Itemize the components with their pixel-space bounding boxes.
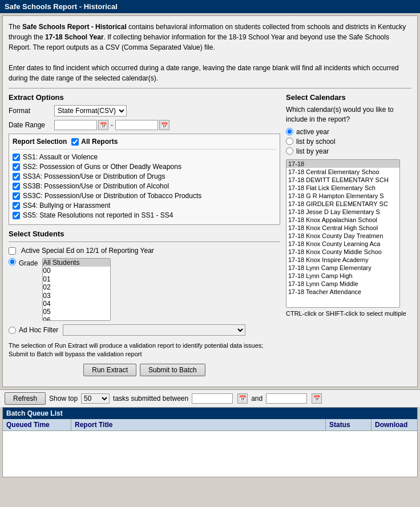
main-content: The Safe Schools Report - Historical con… xyxy=(2,15,418,387)
date-to-input[interactable]: 06/30/2018 xyxy=(115,120,158,130)
select-calendars-title: Select Calendars xyxy=(286,93,411,102)
tasks-text: tasks submitted between xyxy=(113,395,188,403)
calendar-option-8[interactable]: 17-18 Knox Central High School xyxy=(286,224,399,232)
ss3c-label: SS3C: Possession/Use or Distribution of … xyxy=(23,192,201,200)
format-label: Format xyxy=(9,107,54,115)
ctrl-click-text: CTRL-click or SHIFT-click to select mult… xyxy=(286,310,411,317)
grade-option-03: 03 xyxy=(43,292,110,300)
right-panel: Select Calendars Which calendar(s) would… xyxy=(286,93,411,381)
validation-line1: The selection of Run Extract will produc… xyxy=(9,342,263,349)
calendar-option-0[interactable]: 17-18 xyxy=(286,160,399,168)
calendar-option-16[interactable]: 17-18 Teacher Attendance xyxy=(286,288,399,296)
list-by-year-radio[interactable] xyxy=(286,147,293,155)
calendar-option-14[interactable]: 17-18 Lynn Camp High xyxy=(286,272,399,280)
active-special-ed-label: Active Special Ed on 12/1 of Reporting Y… xyxy=(21,247,154,255)
left-panel: Extract Options Format State Format(CSV)… xyxy=(9,93,280,381)
select-students-section: Select Students Active Special Ed on 12/… xyxy=(9,230,280,336)
calendar-option-6[interactable]: 17-18 Jesse D Lay Elementary S xyxy=(286,208,399,216)
batch-date-to-input[interactable]: 07/18/2018 xyxy=(266,393,307,404)
intro-line2: Enter dates to find incident which occur… xyxy=(9,63,411,83)
ss2-checkbox[interactable] xyxy=(13,163,20,171)
date-from-input[interactable]: 07/01/2017 xyxy=(54,120,97,130)
active-year-radio[interactable] xyxy=(286,128,293,135)
ss3b-checkbox[interactable] xyxy=(13,183,20,190)
calendar-option-9[interactable]: 17-18 Knox County Day Treatmen xyxy=(286,232,399,240)
calendar-option-13[interactable]: 17-18 Lynn Camp Elementary xyxy=(286,264,399,272)
ss4-label: SS4: Bullying or Harassment xyxy=(23,202,110,210)
adhoc-section: Ad Hoc Filter xyxy=(9,324,280,336)
grade-listbox[interactable]: All Students 00 01 02 03 04 05 06 07 08 xyxy=(42,258,111,321)
two-col-layout: Extract Options Format State Format(CSV)… xyxy=(9,93,411,381)
batch-date-to-calendar-button[interactable]: 📅 xyxy=(312,393,322,404)
ss3a-checkbox[interactable] xyxy=(13,173,20,180)
active-special-ed-row: Active Special Ed on 12/1 of Reporting Y… xyxy=(9,247,280,255)
calendar-option-5[interactable]: 17-18 GIRDLER ELEMENTARY SC xyxy=(286,200,399,208)
adhoc-radio[interactable] xyxy=(9,327,16,334)
select-students-title: Select Students xyxy=(9,230,280,238)
calendar-option-10[interactable]: 17-18 Knox County Learning Aca xyxy=(286,240,399,248)
ss5-checkbox[interactable] xyxy=(13,212,20,219)
validation-line2: Submit to Batch will bypass the validati… xyxy=(9,351,142,357)
grade-label: Grade xyxy=(19,259,38,267)
date-to-calendar-button[interactable]: 📅 xyxy=(159,120,169,130)
calendar-option-4[interactable]: 17-18 G R Hampton Elementary S xyxy=(286,192,399,200)
calendar-option-12[interactable]: 17-18 Knox Inspire Academy xyxy=(286,256,399,264)
grade-option-01: 01 xyxy=(43,275,110,283)
radio-list-by-year: list by year xyxy=(286,147,411,155)
calendar-option-7[interactable]: 17-18 Knox Appalachian School xyxy=(286,216,399,224)
ss3b-label: SS3B: Possession/Use or Distribution of … xyxy=(23,182,169,190)
calendar-listbox[interactable]: 17-1817-18 Central Elementary Schoo17-18… xyxy=(286,159,400,308)
action-buttons: Run Extract Submit to Batch xyxy=(9,364,280,376)
checkbox-ss5: SS5: State Resolutions not reported in S… xyxy=(13,211,276,219)
intro-text: The Safe Schools Report - Historical con… xyxy=(9,22,411,83)
ss1-checkbox[interactable] xyxy=(13,154,20,161)
batch-date-from-calendar-button[interactable]: 📅 xyxy=(237,393,248,404)
date-range-label: Date Range xyxy=(9,121,54,129)
format-select[interactable]: State Format(CSV) xyxy=(54,105,127,116)
batch-queue-header: Batch Queue List xyxy=(3,408,417,419)
checkbox-ss1: SS1: Assault or Violence xyxy=(13,153,276,161)
report-selection-label: Report Selection xyxy=(13,138,67,146)
all-reports-checkbox[interactable] xyxy=(71,138,79,146)
batch-col-queued-time: Queued Time xyxy=(3,419,71,430)
batch-date-from-input[interactable]: 07/11/2018 xyxy=(192,393,233,404)
batch-col-download: Download xyxy=(371,419,417,430)
active-special-ed-checkbox[interactable] xyxy=(9,247,16,255)
submit-to-batch-button[interactable]: Submit to Batch xyxy=(140,364,205,376)
calendar-option-1[interactable]: 17-18 Central Elementary Schoo xyxy=(286,168,399,176)
list-by-school-radio[interactable] xyxy=(286,138,293,145)
refresh-button[interactable]: Refresh xyxy=(5,392,46,405)
active-year-label: active year xyxy=(296,128,329,136)
ss3c-checkbox[interactable] xyxy=(13,192,20,200)
calendar-option-2[interactable]: 17-18 DEWITT ELEMENTARY SCH xyxy=(286,176,399,184)
all-reports-label: All Reports xyxy=(81,138,118,146)
batch-bar: Refresh Show top 50 tasks submitted betw… xyxy=(0,389,420,407)
ss5-label: SS5: State Resolutions not reported in S… xyxy=(23,211,173,219)
ss4-checkbox[interactable] xyxy=(13,202,20,210)
date-separator: - xyxy=(111,121,113,129)
date-from-calendar-button[interactable]: 📅 xyxy=(98,120,108,130)
format-row: Format State Format(CSV) xyxy=(9,105,280,116)
batch-queue-columns: Queued Time Report Title Status Download xyxy=(3,419,417,431)
calendars-question: Which calendar(s) would you like to incl… xyxy=(286,105,411,124)
report-selection-header: Report Selection All Reports xyxy=(13,138,276,146)
calendar-option-3[interactable]: 17-18 Flat Lick Elementary Sch xyxy=(286,184,399,192)
grade-radio[interactable] xyxy=(9,258,16,265)
checkbox-ss3a: SS3A: Possession/Use or Distribution of … xyxy=(13,172,276,180)
show-top-select[interactable]: 50 xyxy=(81,393,110,404)
batch-col-report-title: Report Title xyxy=(71,419,326,430)
ss3a-label: SS3A: Possession/Use or Distribution of … xyxy=(23,172,165,180)
checkbox-ss3c: SS3C: Possession/Use or Distribution of … xyxy=(13,192,276,200)
title-bar-label: Safe Schools Report - Historical xyxy=(5,2,118,11)
title-bar: Safe Schools Report - Historical xyxy=(0,0,420,13)
checkbox-ss2: SS2: Possession of Guns or Other Deadly … xyxy=(13,163,276,171)
checkbox-ss4: SS4: Bullying or Harassment xyxy=(13,202,276,210)
calendar-option-11[interactable]: 17-18 Knox County Middle Schoo xyxy=(286,248,399,256)
calendar-option-15[interactable]: 17-18 Lynn Camp Middle xyxy=(286,280,399,288)
and-text: and xyxy=(251,395,262,403)
intro-bold-year: 17-18 School Year xyxy=(45,33,104,41)
adhoc-label: Ad Hoc Filter xyxy=(19,326,58,334)
adhoc-select[interactable] xyxy=(63,324,245,336)
intro-bold-title: Safe Schools Report - Historical xyxy=(22,23,127,31)
run-extract-button[interactable]: Run Extract xyxy=(83,364,136,376)
